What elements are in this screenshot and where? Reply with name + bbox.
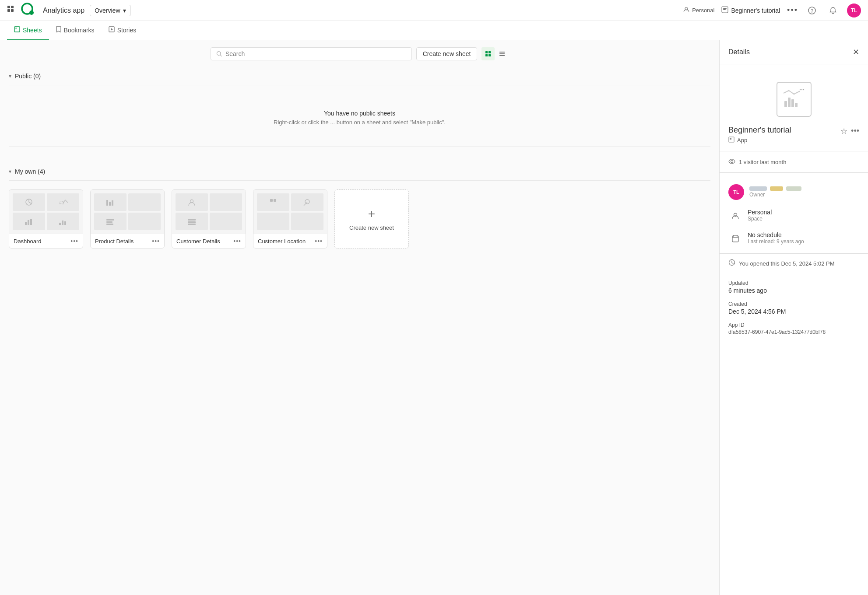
svg-marker-15 — [111, 28, 113, 31]
stories-icon — [109, 26, 115, 34]
search-box[interactable] — [211, 47, 412, 60]
app-type-badge: App — [728, 136, 747, 144]
eye-icon — [728, 158, 735, 165]
list-view-button[interactable] — [495, 47, 509, 60]
svg-rect-30 — [59, 223, 61, 225]
public-chevron[interactable]: ▾ — [9, 73, 11, 79]
svg-rect-22 — [499, 52, 505, 52]
qlik-logo — [20, 1, 36, 20]
svg-rect-27 — [25, 222, 27, 225]
app-icon — [783, 89, 805, 110]
tab-sheets[interactable]: Sheets — [7, 21, 49, 40]
public-section-header: ▾ Public (0) — [9, 67, 710, 85]
close-details-button[interactable]: ✕ — [853, 47, 859, 57]
overview-label: Overview — [95, 7, 120, 14]
myown-section-header: ▾ My own (4) — [9, 163, 710, 181]
sheet-card-customer-details[interactable]: Customer Details ••• — [172, 189, 246, 248]
svg-line-17 — [220, 55, 221, 56]
sheet-thumbnail-product-details — [91, 190, 164, 234]
tab-bookmarks[interactable]: Bookmarks — [49, 21, 102, 40]
svg-point-52 — [793, 94, 794, 95]
svg-rect-29 — [30, 219, 32, 225]
sheets-grid: #1 Dashboard ••• — [9, 188, 710, 250]
user-icon — [683, 7, 689, 14]
svg-rect-24 — [499, 55, 505, 56]
tutorial-button[interactable]: Beginner's tutorial — [721, 6, 780, 14]
svg-rect-50 — [795, 103, 798, 107]
main-layout: Create new sheet ▾ Public (0) You have n… — [0, 40, 868, 595]
svg-rect-36 — [106, 219, 114, 220]
sheet-more-customer-details[interactable]: ••• — [233, 238, 241, 245]
svg-rect-9 — [723, 9, 726, 10]
details-more-button[interactable]: ••• — [851, 126, 859, 136]
help-button[interactable]: ? — [805, 4, 819, 18]
sheet-more-dashboard[interactable]: ••• — [70, 238, 78, 245]
public-empty-state: You have no public sheets Right-click or… — [9, 92, 710, 143]
overview-dropdown[interactable]: Overview ▾ — [90, 5, 130, 16]
svg-rect-48 — [788, 98, 791, 107]
plus-icon: + — [368, 207, 375, 221]
details-updated: Updated 6 minutes ago Created Dec 5, 202… — [720, 273, 868, 335]
notification-button[interactable] — [826, 4, 840, 18]
svg-rect-20 — [485, 54, 488, 56]
svg-rect-3 — [11, 9, 14, 12]
sheet-card-customer-location[interactable]: Customer Location ••• — [253, 189, 327, 248]
details-icon-area — [720, 64, 868, 126]
svg-rect-49 — [791, 99, 794, 107]
svg-rect-2 — [7, 9, 10, 12]
create-new-sheet-card[interactable]: + Create new sheet — [334, 189, 409, 248]
updated-field: Updated 6 minutes ago — [728, 280, 859, 294]
svg-rect-58 — [730, 138, 731, 140]
svg-rect-41 — [188, 221, 196, 223]
tabs-bar: Sheets Bookmarks Stories — [0, 21, 868, 40]
svg-rect-21 — [488, 54, 491, 56]
svg-point-51 — [788, 90, 789, 91]
svg-point-16 — [217, 52, 221, 56]
sheet-more-customer-location[interactable]: ••• — [315, 238, 323, 245]
svg-point-55 — [801, 89, 802, 90]
details-info: Beginner's tutorial ☆ ••• App — [720, 126, 868, 144]
sheet-more-product-details[interactable]: ••• — [152, 238, 160, 245]
space-icon — [728, 209, 742, 223]
sheet-card-dashboard[interactable]: #1 Dashboard ••• — [9, 189, 83, 248]
app-icon-box — [777, 82, 812, 117]
myown-chevron[interactable]: ▾ — [9, 168, 11, 175]
create-sheet-button[interactable]: Create new sheet — [416, 47, 478, 60]
svg-rect-0 — [7, 6, 10, 8]
svg-point-53 — [798, 91, 800, 92]
search-input[interactable] — [225, 50, 406, 57]
nav-more-button[interactable]: ••• — [787, 6, 798, 15]
svg-rect-57 — [729, 137, 734, 142]
svg-rect-34 — [109, 202, 111, 206]
sheets-icon — [14, 26, 20, 34]
svg-rect-13 — [15, 28, 17, 29]
svg-rect-19 — [488, 51, 491, 53]
details-header: Details ✕ — [720, 40, 868, 64]
details-schedule-row: No schedule Last reload: 9 years ago — [720, 227, 868, 250]
search-icon — [216, 51, 222, 57]
svg-rect-35 — [112, 200, 113, 206]
app-name: Analytics app — [43, 7, 84, 14]
star-button[interactable]: ☆ — [840, 126, 847, 136]
view-toggle — [481, 47, 509, 60]
details-opened-row: You opened this Dec 5, 2024 5:02 PM — [720, 253, 868, 273]
svg-point-5 — [29, 10, 34, 15]
sheet-card-product-details[interactable]: Product Details ••• — [90, 189, 165, 248]
user-avatar[interactable]: TL — [847, 4, 861, 18]
personal-button[interactable]: Personal — [683, 7, 714, 14]
grid-icon[interactable] — [7, 5, 15, 15]
public-section: ▾ Public (0) You have no public sheets R… — [0, 67, 719, 163]
svg-rect-37 — [106, 221, 112, 223]
appid-field: App ID dfa58537-6907-47e1-9ac5-132477d0b… — [728, 322, 859, 335]
tutorial-icon — [721, 6, 728, 14]
sheet-thumbnail-customer-details — [172, 190, 246, 234]
tab-stories[interactable]: Stories — [102, 21, 144, 40]
svg-text:?: ? — [811, 8, 813, 13]
app-badge-icon — [728, 136, 734, 144]
svg-rect-1 — [11, 6, 14, 8]
grid-view-button[interactable] — [481, 47, 495, 60]
search-row: Create new sheet — [0, 40, 719, 67]
svg-point-45 — [305, 200, 309, 204]
schedule-icon — [728, 231, 742, 245]
svg-rect-31 — [62, 220, 63, 225]
